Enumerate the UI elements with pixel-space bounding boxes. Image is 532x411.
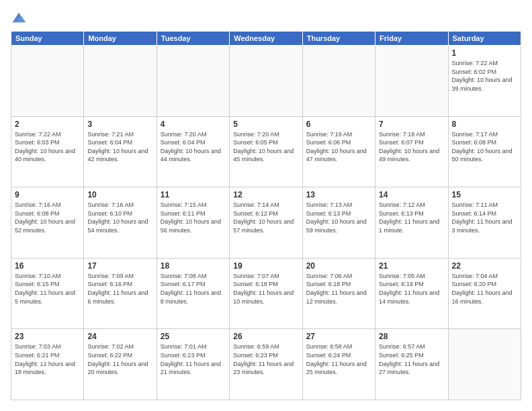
day-number: 8 <box>452 120 517 129</box>
day-info: Sunrise: 7:10 AM Sunset: 6:15 PM Dayligh… <box>15 272 80 306</box>
calendar-cell <box>230 46 302 117</box>
header <box>11 11 521 24</box>
day-info: Sunrise: 7:01 AM Sunset: 6:23 PM Dayligh… <box>161 342 226 376</box>
day-info: Sunrise: 7:06 AM Sunset: 6:18 PM Dayligh… <box>306 272 371 306</box>
day-number: 1 <box>452 48 517 58</box>
day-number: 26 <box>233 332 298 341</box>
calendar-cell: 20Sunrise: 7:06 AM Sunset: 6:18 PM Dayli… <box>302 258 375 329</box>
day-number: 5 <box>233 120 298 129</box>
day-info: Sunrise: 7:03 AM Sunset: 6:21 PM Dayligh… <box>15 342 80 376</box>
day-info: Sunrise: 6:59 AM Sunset: 6:23 PM Dayligh… <box>233 342 298 376</box>
day-info: Sunrise: 7:19 AM Sunset: 6:06 PM Dayligh… <box>306 130 371 164</box>
day-number: 10 <box>87 190 152 199</box>
calendar-cell: 1Sunrise: 7:22 AM Sunset: 6:02 PM Daylig… <box>448 46 521 117</box>
calendar-cell: 22Sunrise: 7:04 AM Sunset: 6:20 PM Dayli… <box>448 258 521 329</box>
day-info: Sunrise: 7:12 AM Sunset: 6:13 PM Dayligh… <box>379 201 444 234</box>
day-info: Sunrise: 7:14 AM Sunset: 6:12 PM Dayligh… <box>233 201 298 234</box>
weekday-header-thursday: Thursday <box>302 32 375 46</box>
calendar-cell: 2Sunrise: 7:22 AM Sunset: 6:03 PM Daylig… <box>11 116 84 187</box>
weekday-header-sunday: Sunday <box>11 32 84 46</box>
calendar-cell: 15Sunrise: 7:11 AM Sunset: 6:14 PM Dayli… <box>448 187 521 259</box>
day-info: Sunrise: 7:20 AM Sunset: 6:05 PM Dayligh… <box>233 130 298 164</box>
calendar-cell: 7Sunrise: 7:18 AM Sunset: 6:07 PM Daylig… <box>375 116 448 187</box>
calendar-cell: 26Sunrise: 6:59 AM Sunset: 6:23 PM Dayli… <box>230 329 302 400</box>
week-row-4: 16Sunrise: 7:10 AM Sunset: 6:15 PM Dayli… <box>11 258 521 329</box>
day-number: 14 <box>379 190 444 199</box>
calendar-cell: 17Sunrise: 7:09 AM Sunset: 6:16 PM Dayli… <box>84 258 157 329</box>
day-number: 27 <box>306 332 371 341</box>
calendar-cell: 18Sunrise: 7:08 AM Sunset: 6:17 PM Dayli… <box>157 258 229 329</box>
weekday-header-row: SundayMondayTuesdayWednesdayThursdayFrid… <box>11 32 521 46</box>
week-row-2: 2Sunrise: 7:22 AM Sunset: 6:03 PM Daylig… <box>11 116 521 187</box>
day-number: 3 <box>87 120 152 129</box>
calendar-cell: 5Sunrise: 7:20 AM Sunset: 6:05 PM Daylig… <box>230 116 302 187</box>
weekday-header-tuesday: Tuesday <box>157 32 229 46</box>
calendar-cell: 12Sunrise: 7:14 AM Sunset: 6:12 PM Dayli… <box>230 187 302 259</box>
weekday-header-wednesday: Wednesday <box>230 32 302 46</box>
calendar-cell: 3Sunrise: 7:21 AM Sunset: 6:04 PM Daylig… <box>84 116 157 187</box>
day-number: 12 <box>233 190 298 199</box>
calendar-cell <box>11 46 84 117</box>
day-number: 11 <box>161 190 226 199</box>
calendar-cell <box>448 329 521 400</box>
calendar-cell: 8Sunrise: 7:17 AM Sunset: 6:08 PM Daylig… <box>448 116 521 187</box>
day-info: Sunrise: 7:16 AM Sunset: 6:08 PM Dayligh… <box>15 201 80 234</box>
logo <box>11 11 30 24</box>
day-number: 20 <box>306 261 371 271</box>
day-number: 28 <box>379 332 444 341</box>
calendar-page: SundayMondayTuesdayWednesdayThursdayFrid… <box>0 0 532 411</box>
day-number: 23 <box>15 332 80 341</box>
day-number: 17 <box>87 261 152 271</box>
day-info: Sunrise: 7:07 AM Sunset: 6:18 PM Dayligh… <box>233 272 298 306</box>
day-info: Sunrise: 6:58 AM Sunset: 6:24 PM Dayligh… <box>306 342 371 376</box>
day-number: 6 <box>306 120 371 129</box>
calendar-cell: 28Sunrise: 6:57 AM Sunset: 6:25 PM Dayli… <box>375 329 448 400</box>
calendar-cell: 10Sunrise: 7:16 AM Sunset: 6:10 PM Dayli… <box>84 187 157 259</box>
day-number: 24 <box>87 332 152 341</box>
calendar-cell: 19Sunrise: 7:07 AM Sunset: 6:18 PM Dayli… <box>230 258 302 329</box>
day-info: Sunrise: 7:04 AM Sunset: 6:20 PM Dayligh… <box>452 272 517 306</box>
weekday-header-saturday: Saturday <box>448 32 521 46</box>
calendar-cell: 23Sunrise: 7:03 AM Sunset: 6:21 PM Dayli… <box>11 329 84 400</box>
day-number: 18 <box>161 261 226 271</box>
calendar-cell: 11Sunrise: 7:15 AM Sunset: 6:11 PM Dayli… <box>157 187 229 259</box>
day-number: 21 <box>379 261 444 271</box>
week-row-5: 23Sunrise: 7:03 AM Sunset: 6:21 PM Dayli… <box>11 329 521 400</box>
logo-icon <box>11 11 27 24</box>
calendar-cell: 6Sunrise: 7:19 AM Sunset: 6:06 PM Daylig… <box>302 116 375 187</box>
calendar-cell: 24Sunrise: 7:02 AM Sunset: 6:22 PM Dayli… <box>84 329 157 400</box>
day-info: Sunrise: 7:02 AM Sunset: 6:22 PM Dayligh… <box>87 342 152 376</box>
day-info: Sunrise: 6:57 AM Sunset: 6:25 PM Dayligh… <box>379 342 444 376</box>
calendar-cell: 16Sunrise: 7:10 AM Sunset: 6:15 PM Dayli… <box>11 258 84 329</box>
day-number: 13 <box>306 190 371 199</box>
day-number: 16 <box>15 261 80 271</box>
calendar-cell: 9Sunrise: 7:16 AM Sunset: 6:08 PM Daylig… <box>11 187 84 259</box>
day-info: Sunrise: 7:18 AM Sunset: 6:07 PM Dayligh… <box>379 130 444 164</box>
calendar-cell: 25Sunrise: 7:01 AM Sunset: 6:23 PM Dayli… <box>157 329 229 400</box>
day-number: 4 <box>161 120 226 129</box>
day-info: Sunrise: 7:13 AM Sunset: 6:13 PM Dayligh… <box>306 201 371 234</box>
day-number: 15 <box>452 190 517 199</box>
calendar-cell: 13Sunrise: 7:13 AM Sunset: 6:13 PM Dayli… <box>302 187 375 259</box>
day-info: Sunrise: 7:20 AM Sunset: 6:04 PM Dayligh… <box>161 130 226 164</box>
day-info: Sunrise: 7:22 AM Sunset: 6:03 PM Dayligh… <box>15 130 80 164</box>
day-info: Sunrise: 7:17 AM Sunset: 6:08 PM Dayligh… <box>452 130 517 164</box>
day-info: Sunrise: 7:21 AM Sunset: 6:04 PM Dayligh… <box>87 130 152 164</box>
calendar-cell <box>302 46 375 117</box>
calendar-table: SundayMondayTuesdayWednesdayThursdayFrid… <box>11 31 521 400</box>
day-number: 25 <box>161 332 226 341</box>
day-info: Sunrise: 7:15 AM Sunset: 6:11 PM Dayligh… <box>161 201 226 234</box>
calendar-cell: 14Sunrise: 7:12 AM Sunset: 6:13 PM Dayli… <box>375 187 448 259</box>
day-info: Sunrise: 7:11 AM Sunset: 6:14 PM Dayligh… <box>452 201 517 234</box>
week-row-1: 1Sunrise: 7:22 AM Sunset: 6:02 PM Daylig… <box>11 46 521 117</box>
calendar-cell: 21Sunrise: 7:05 AM Sunset: 6:19 PM Dayli… <box>375 258 448 329</box>
week-row-3: 9Sunrise: 7:16 AM Sunset: 6:08 PM Daylig… <box>11 187 521 259</box>
calendar-cell: 27Sunrise: 6:58 AM Sunset: 6:24 PM Dayli… <box>302 329 375 400</box>
calendar-cell <box>84 46 157 117</box>
calendar-cell <box>375 46 448 117</box>
day-number: 2 <box>15 120 80 129</box>
day-info: Sunrise: 7:08 AM Sunset: 6:17 PM Dayligh… <box>161 272 226 306</box>
day-info: Sunrise: 7:16 AM Sunset: 6:10 PM Dayligh… <box>87 201 152 234</box>
day-info: Sunrise: 7:05 AM Sunset: 6:19 PM Dayligh… <box>379 272 444 306</box>
calendar-cell <box>157 46 229 117</box>
